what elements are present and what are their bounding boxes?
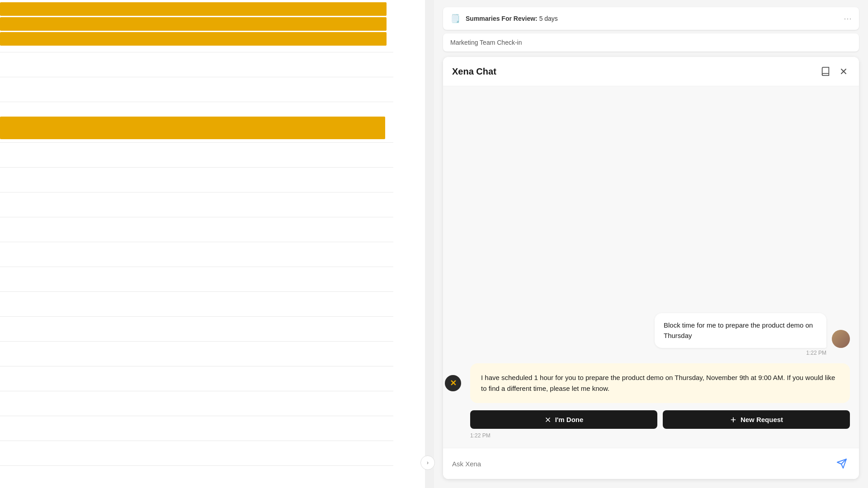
grid-line: [0, 102, 393, 102]
grid-lines: [0, 0, 393, 488]
xena-chat-panel: Xena Chat: [443, 57, 859, 479]
user-message-row: Block time for me to prepare the product…: [452, 313, 850, 348]
document-icon: 🗒️: [450, 14, 460, 23]
send-icon: [836, 458, 847, 469]
chat-spacer: [452, 95, 850, 306]
grid-line: [0, 242, 393, 242]
ai-action-buttons: I'm Done New Request: [470, 410, 850, 429]
user-message: Block time for me to prepare the product…: [452, 313, 850, 356]
collapse-panel-button[interactable]: ›: [420, 455, 435, 470]
calendar-panel: [0, 0, 425, 488]
grid-line: [0, 267, 393, 267]
grid-line: [0, 77, 393, 77]
grid-line: [0, 391, 393, 391]
chat-input[interactable]: [452, 460, 828, 468]
user-avatar-image: [832, 330, 850, 348]
notification-text: Summaries For Review: 5 days: [466, 15, 838, 22]
im-done-button[interactable]: I'm Done: [470, 410, 657, 429]
grid-line: [0, 341, 393, 342]
chat-title: Xena Chat: [452, 66, 496, 77]
grid-line: [0, 167, 393, 168]
grid-line: [0, 291, 393, 292]
grid-line: [0, 416, 393, 416]
chart-bar: [0, 117, 385, 139]
chart-bar: [0, 2, 387, 16]
new-request-button[interactable]: New Request: [663, 410, 850, 429]
close-chat-button[interactable]: [837, 65, 850, 78]
chart-bar: [0, 32, 387, 46]
notification-menu-icon[interactable]: ⋯: [844, 14, 852, 23]
notification-area: 🗒️ Summaries For Review: 5 days ⋯ Market…: [434, 0, 868, 53]
done-button-label: I'm Done: [555, 416, 584, 423]
ai-message-bubble: I have scheduled 1 hour for you to prepa…: [470, 363, 850, 403]
notification-secondary-text: Marketing Team Check-in: [450, 39, 522, 46]
dismiss-ai-button[interactable]: ✕: [445, 375, 461, 391]
grid-line: [0, 366, 393, 366]
chat-messages: Block time for me to prepare the product…: [443, 86, 859, 448]
right-sidebar: 🗒️ Summaries For Review: 5 days ⋯ Market…: [434, 0, 868, 488]
x-icon: [544, 416, 552, 423]
chat-header: Xena Chat: [443, 57, 859, 86]
book-icon[interactable]: [819, 65, 832, 78]
user-message-timestamp: 1:22 PM: [452, 350, 850, 356]
new-request-button-label: New Request: [741, 416, 783, 423]
x-circle-icon: ✕: [450, 378, 457, 388]
chart-area: [0, 0, 393, 488]
ai-message-container: ✕ I have scheduled 1 hour for you to pre…: [452, 363, 850, 403]
chat-input-area: [443, 448, 859, 479]
notification-card-marketing[interactable]: Marketing Team Check-in: [443, 33, 859, 52]
ai-message: ✕ I have scheduled 1 hour for you to pre…: [452, 363, 850, 439]
grid-line: [0, 52, 393, 52]
grid-line: [0, 441, 393, 441]
send-button[interactable]: [834, 455, 850, 472]
user-message-text: Block time for me to prepare the product…: [664, 321, 813, 339]
grid-line: [0, 192, 393, 192]
plus-icon: [730, 416, 737, 423]
grid-line: [0, 142, 393, 143]
user-message-bubble: Block time for me to prepare the product…: [655, 313, 826, 348]
chat-header-actions: [819, 65, 850, 78]
chart-bar: [0, 17, 387, 31]
chevron-right-icon: ›: [427, 460, 429, 466]
user-avatar: [832, 330, 850, 348]
notification-card-summaries[interactable]: 🗒️ Summaries For Review: 5 days ⋯: [443, 7, 859, 30]
ai-message-text: I have scheduled 1 hour for you to prepa…: [481, 374, 835, 392]
grid-line: [0, 465, 393, 466]
ai-message-timestamp: 1:22 PM: [470, 432, 850, 439]
grid-line: [0, 316, 393, 317]
grid-line: [0, 217, 393, 217]
